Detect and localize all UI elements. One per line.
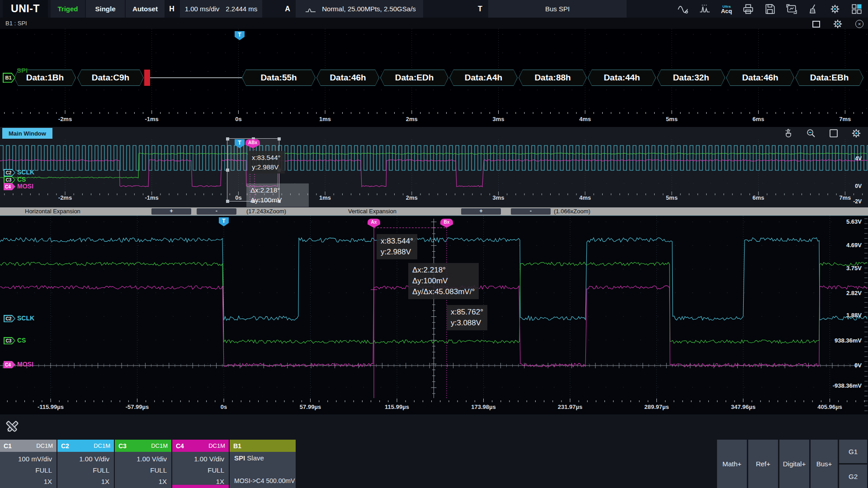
spi-time-label: -2ms [45, 116, 85, 122]
zoom-channel-badge-c3[interactable]: C3 [4, 337, 15, 344]
spi-decode-label: Data:EDh [395, 73, 434, 83]
spi-decode-segment: Data:44h [588, 70, 656, 86]
channel-card-c2[interactable]: C2DC1M1.00 V/divFULL1X [57, 440, 114, 488]
bus-card-b1[interactable]: B1SPI SlaveMOSI->C4 500.00mV [230, 440, 296, 488]
bus-settings-gear-icon[interactable] [833, 19, 843, 29]
spi-decode-panel: T Data:1BhData:C9hData:55hData:46hData:E… [0, 29, 868, 127]
v-expansion-plus-button[interactable]: + [461, 208, 501, 215]
v-expansion-label: Vertical Expansion [348, 208, 396, 215]
spi-decode-label: Data:46h [330, 73, 366, 83]
cursor-a-tooltip: x:83.544° y:2.988V [377, 234, 417, 259]
main-channel-label-sclk: SCLK [17, 169, 34, 176]
zoom-channel-badge-c4[interactable]: C4 [4, 361, 15, 368]
bus-add-button[interactable]: Bus+ [811, 440, 838, 488]
zoom-channel-label-sclk: SCLK [17, 314, 34, 322]
cursor-b-tooltip: x:85.762° y:3.088V [447, 305, 487, 330]
clear-brush-icon[interactable] [806, 2, 821, 16]
math-add-button[interactable]: Math+ [717, 440, 747, 488]
single-button[interactable]: Single [86, 0, 125, 18]
channel-bandwidth: FULL [177, 465, 224, 476]
spi-decode-label: Data:55h [260, 73, 297, 83]
channel-card-c1[interactable]: C1DC1M100 mV/divFULL1X [0, 440, 57, 488]
zoom-channel-label-mosi: MOSI [17, 361, 33, 368]
main-time-label: -1ms [132, 194, 172, 201]
zoom-time-label: 289.97µs [637, 404, 677, 410]
main-time-label: 2ms [392, 194, 432, 201]
main-delta-x: Δx:2.218° [250, 185, 305, 195]
oscilloscope-screen: UNI-T Triged Single Autoset H 1.00 ms/di… [0, 0, 868, 488]
selection-handle[interactable] [226, 137, 229, 141]
autoset-button[interactable]: Autoset [126, 0, 165, 18]
v-expansion-minus-button[interactable]: - [511, 208, 551, 215]
screenshot-icon[interactable] [784, 2, 799, 16]
bus-b1-badge-label: B1 [4, 74, 15, 82]
channel-scale: 1.00 V/div [62, 453, 109, 465]
h-expansion-minus-button[interactable]: - [197, 208, 236, 215]
channel-coupling: DC1M [208, 442, 225, 449]
ref-add-button[interactable]: Ref+ [748, 440, 778, 488]
spi-decode-label: Data:C9h [92, 73, 129, 83]
zoom-voltage-label: 0V [812, 362, 862, 369]
spi-decode-segment: Data:32h [657, 70, 725, 86]
main-channel-badge-c3[interactable]: C3 [4, 176, 15, 183]
spi-decode-segment: Data:A4h [449, 70, 518, 86]
main-channel-badge-c4[interactable]: C4 [4, 183, 15, 190]
zoom-time-label: 0s [203, 404, 244, 410]
save-icon[interactable] [762, 2, 778, 16]
pan-hand-icon[interactable] [783, 128, 794, 139]
digital-add-button[interactable]: Digital+ [779, 440, 809, 488]
g2-button[interactable]: G2 [839, 465, 867, 488]
zoom-channel-label-cs: CS [17, 337, 26, 344]
main-channel-badge-c2[interactable]: C2 [4, 169, 15, 176]
channel-card-c4[interactable]: C4DC1M1.00 V/divFULL1X [172, 440, 229, 488]
main-time-label: 0s [218, 194, 259, 201]
channel-card-c3[interactable]: C3DC1M1.00 V/divFULL1X [115, 440, 171, 488]
trigger-source-box[interactable]: Bus SPI [488, 0, 627, 18]
bus-card-header: B1 [230, 440, 296, 452]
bottom-status-bar: C1DC1M100 mV/divFULL1XC2DC1M1.00 V/divFU… [0, 415, 868, 488]
trigger-status[interactable]: Triged [51, 0, 85, 18]
spi-decode-label: Data:46h [742, 73, 778, 83]
rect-select-icon[interactable] [828, 128, 839, 139]
cursor-delta-tooltip: Δx:2.218° Δy:100mV Δy/Δx:45.083mV/° [408, 263, 479, 299]
close-icon[interactable]: × [855, 20, 863, 28]
bus-protocol: SPI [234, 454, 245, 462]
print-icon[interactable] [741, 2, 756, 16]
main-cursor-x: x:83.544° [252, 153, 281, 162]
cursor-wave-icon[interactable] [675, 2, 691, 16]
trigger-badge: T [474, 0, 486, 18]
main-window-tab[interactable]: Main Window [2, 128, 52, 139]
main-window-gear-icon[interactable] [851, 128, 862, 139]
acq-mode-icon[interactable]: Ultra Acq [719, 2, 734, 16]
main-time-label: -2ms [45, 194, 85, 201]
delta-x: Δx:2.218° [412, 265, 475, 276]
acquire-box[interactable]: Normal, 25.00MPts, 2.50GSa/s [296, 0, 423, 18]
spi-decode-segment: Data:C9h [77, 70, 144, 86]
h-expansion-plus-button[interactable]: + [151, 208, 191, 215]
annotation-tools-icon[interactable] [5, 419, 20, 435]
zoom-waveforms [0, 216, 868, 414]
zoom-time-label: 347.96µs [723, 404, 764, 410]
timebase-box[interactable]: 1.00 ms/div 2.2444 ms [180, 0, 262, 18]
window-restore-icon[interactable] [812, 21, 820, 28]
channel-bandwidth: FULL [119, 465, 167, 476]
zoom-out-icon[interactable] [806, 128, 816, 139]
zoom-channel-badge-c2[interactable]: C2 [4, 315, 15, 322]
main-time-label: 3ms [478, 194, 519, 201]
fft-icon[interactable] [697, 2, 712, 16]
top-toolbar: UNI-T Triged Single Autoset H 1.00 ms/di… [0, 0, 868, 18]
channel-id: C4 [176, 442, 184, 450]
selection-handle[interactable] [226, 169, 229, 172]
layout-grid-icon[interactable] [849, 2, 864, 16]
spi-decode-label: Data:88h [534, 73, 571, 83]
main-cursor-y: y:2.988V [252, 162, 281, 172]
selection-handle[interactable] [278, 137, 281, 141]
spi-time-label: 0s [218, 116, 259, 122]
waveform-trace [0, 145, 868, 170]
acquire-info: Normal, 25.00MPts, 2.50GSa/s [322, 5, 416, 13]
g1-button[interactable]: G1 [839, 440, 867, 463]
timebase-value: 1.00 ms/div [185, 5, 220, 13]
main-time-label: 4ms [565, 194, 605, 201]
settings-gear-icon[interactable] [827, 2, 843, 16]
main-voltage-label: 0V [812, 183, 862, 189]
